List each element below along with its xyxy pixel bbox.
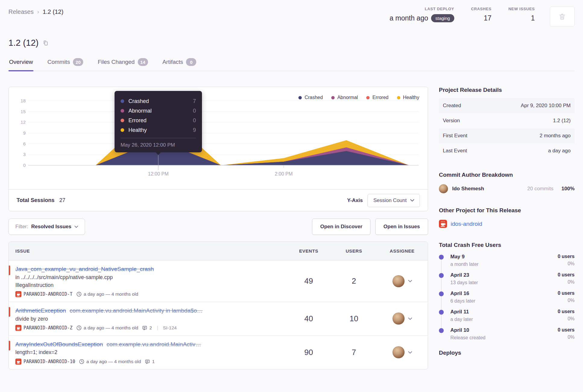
issue-culprit[interactable]: com.example.vu.android.MainActiv… bbox=[106, 341, 201, 347]
y-axis-tick: 9 bbox=[23, 130, 26, 135]
issue-row: ArrayIndexOutOfBoundsExceptioncom.exampl… bbox=[9, 336, 428, 369]
project-badge[interactable]: PARANOID-ANDROID-T bbox=[15, 291, 73, 297]
detail-row-first-event: First Event2 months ago bbox=[439, 128, 575, 143]
sessions-chart-svg[interactable]: 036912151812:00 PM2:00 PM bbox=[9, 88, 427, 190]
assignee-avatar[interactable] bbox=[392, 275, 405, 287]
error-level-indicator bbox=[9, 341, 10, 350]
issue-culprit[interactable]: com.example.vu.android.MainActivity in l… bbox=[70, 307, 203, 314]
crash-free-sublabel: Release created bbox=[450, 335, 486, 341]
filter-value: Resolved Issues bbox=[31, 224, 71, 230]
comment-icon bbox=[145, 359, 150, 364]
tab-overview[interactable]: Overview bbox=[8, 56, 33, 71]
crash-free-entry-right: 0 users0% bbox=[558, 254, 575, 267]
legend-item-abnormal[interactable]: Abnormal bbox=[331, 95, 358, 100]
crash-free-sublabel: a day later bbox=[450, 317, 473, 322]
project-cup-icon bbox=[15, 325, 21, 331]
legend-label: Errored bbox=[372, 95, 388, 100]
crash-free-entry: April 166 days later0 users0% bbox=[439, 291, 575, 304]
legend-dot-icon bbox=[331, 96, 335, 99]
tab-files-changed-label: Files Changed bbox=[98, 59, 135, 65]
detail-label: Created bbox=[443, 103, 461, 109]
issue-title-link[interactable]: ArithmeticException bbox=[15, 307, 66, 314]
crash-free-entry-right: 0 users0% bbox=[558, 309, 575, 322]
other-project-heading: Other Project for This Release bbox=[439, 207, 575, 214]
crashes-value: 17 bbox=[471, 14, 492, 22]
chart-legend: CrashedAbnormalErroredHealthy bbox=[298, 95, 419, 100]
chevron-down-icon[interactable] bbox=[408, 280, 412, 282]
issue-users-count: 10 bbox=[331, 314, 377, 323]
legend-label: Crashed bbox=[304, 95, 323, 100]
open-in-issues-button[interactable]: Open in Issues bbox=[375, 219, 428, 235]
issue-meta: PARANOID-ANDROID-Ta day ago — 4 months o… bbox=[15, 291, 286, 297]
legend-item-crashed[interactable]: Crashed bbox=[298, 95, 323, 100]
tab-commits[interactable]: Commits 20 bbox=[47, 56, 84, 71]
copy-version-button[interactable] bbox=[42, 39, 49, 46]
detail-value: Apr 9, 2020 10:00 PM bbox=[521, 103, 571, 109]
issue-location: in ../../../../src/main/cpp/native-sampl… bbox=[15, 273, 286, 281]
tab-files-changed[interactable]: Files Changed 14 bbox=[97, 56, 149, 71]
project-badge[interactable]: PARANOID-ANDROID-10 bbox=[15, 359, 75, 365]
open-in-discover-button[interactable]: Open in Discover bbox=[312, 219, 370, 235]
x-axis-tick: 2:00 PM bbox=[275, 171, 293, 176]
sessions-chart-card: 036912151812:00 PM2:00 PM CrashedAbnorma… bbox=[8, 87, 428, 211]
timeline-dot-icon bbox=[439, 255, 444, 260]
detail-value: a day ago bbox=[548, 148, 571, 154]
legend-item-healthy[interactable]: Healthy bbox=[397, 95, 419, 100]
project-cup-icon bbox=[15, 359, 21, 365]
issue-message: divide by zero bbox=[15, 315, 286, 323]
column-events: EVENTS bbox=[286, 248, 331, 254]
assignee-avatar[interactable] bbox=[392, 313, 405, 325]
issue-age: a day ago — 4 months old bbox=[76, 291, 138, 297]
chevron-down-icon[interactable] bbox=[408, 351, 412, 354]
issue-title-link[interactable]: Java_com_example_vu_android_NativeSample… bbox=[15, 266, 154, 272]
crash-free-entry-right: 0 users0% bbox=[558, 327, 575, 341]
delete-release-button[interactable] bbox=[550, 7, 575, 26]
crash-free-heading: Total Crash Free Users bbox=[439, 242, 575, 248]
chevron-down-icon[interactable] bbox=[408, 317, 412, 320]
other-project-link[interactable]: idos-android bbox=[451, 221, 482, 227]
column-assignee: ASSIGNEE bbox=[377, 248, 428, 254]
issue-assignee bbox=[377, 346, 428, 358]
issues-filter-select[interactable]: Filter: Resolved Issues bbox=[8, 219, 85, 235]
breadcrumb-releases-link[interactable]: Releases bbox=[8, 8, 33, 15]
chevron-down-icon bbox=[410, 199, 414, 202]
crash-free-date: April 10 bbox=[450, 327, 486, 333]
project-cup-icon bbox=[15, 291, 21, 297]
detail-label: Version bbox=[443, 118, 460, 124]
crash-free-section: Total Crash Free Users May 9a month late… bbox=[439, 242, 575, 341]
release-stats: LAST DEPLOY a month ago staging CRASHES … bbox=[389, 7, 575, 26]
issue-users-count: 2 bbox=[331, 276, 377, 286]
issue-users-count: 7 bbox=[331, 348, 377, 357]
crash-free-percent: 0% bbox=[558, 298, 575, 303]
project-badge[interactable]: PARANOID-ANDROID-Z bbox=[15, 325, 73, 331]
tab-artifacts[interactable]: Artifacts 0 bbox=[162, 56, 197, 71]
issue-title-line: Java_com_example_vu_android_NativeSample… bbox=[15, 265, 286, 273]
yaxis-select[interactable]: Session Count bbox=[367, 194, 420, 207]
assignee-avatar[interactable] bbox=[392, 346, 405, 358]
tab-files-changed-badge: 14 bbox=[138, 58, 148, 66]
project-slug: PARANOID-ANDROID-T bbox=[24, 291, 73, 297]
comment-count[interactable]: 1 bbox=[145, 359, 155, 364]
issue-meta: PARANOID-ANDROID-Za day ago — 4 months o… bbox=[15, 325, 286, 331]
issue-summary: Java_com_example_vu_android_NativeSample… bbox=[9, 265, 286, 297]
issue-row: Java_com_example_vu_android_NativeSample… bbox=[9, 260, 428, 302]
yaxis-select-value: Session Count bbox=[373, 198, 407, 204]
issue-meta: PARANOID-ANDROID-10a day ago — 4 months … bbox=[15, 359, 286, 365]
legend-item-errored[interactable]: Errored bbox=[366, 95, 388, 100]
deploys-heading: Deploys bbox=[439, 350, 575, 356]
tooltip-row-crashed: Crashed7 bbox=[121, 96, 196, 106]
timeline-dot-icon bbox=[439, 310, 444, 315]
last-deploy-stat: LAST DEPLOY a month ago staging bbox=[389, 7, 454, 22]
crash-free-entry-right: 0 users0% bbox=[558, 291, 575, 304]
tooltip-series-value: 0 bbox=[193, 117, 196, 124]
issue-assignee bbox=[377, 275, 428, 287]
issue-title-link[interactable]: ArrayIndexOutOfBoundsException bbox=[15, 341, 103, 347]
new-issues-value: 1 bbox=[508, 14, 535, 22]
comment-count[interactable]: 2 bbox=[142, 325, 152, 331]
author-avatar bbox=[439, 184, 448, 193]
crash-free-date: April 11 bbox=[450, 309, 473, 315]
crashes-label: CRASHES bbox=[471, 7, 492, 11]
tooltip-row-abnormal: Abnormal0 bbox=[121, 106, 196, 116]
yaxis-label: Y-Axis bbox=[347, 198, 363, 204]
issue-summary: ArrayIndexOutOfBoundsExceptioncom.exampl… bbox=[9, 340, 286, 365]
